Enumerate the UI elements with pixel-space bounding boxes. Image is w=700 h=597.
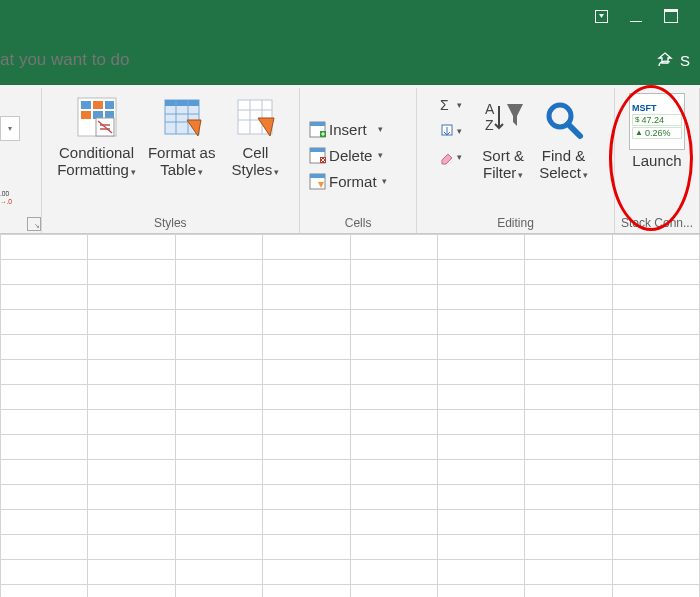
cell[interactable] [612,485,699,510]
cell[interactable] [350,485,437,510]
ribbon-display-options-icon[interactable] [595,10,608,26]
cell[interactable] [525,260,612,285]
cell[interactable] [525,360,612,385]
insert-button[interactable]: Insert ▾ [308,120,383,138]
minimize-icon[interactable] [630,10,642,25]
cell[interactable] [263,360,350,385]
cell[interactable] [88,360,175,385]
cell[interactable] [525,285,612,310]
cell[interactable] [350,235,437,260]
cell[interactable] [1,285,88,310]
format-as-table-button[interactable]: Format as Table▾ [144,91,220,179]
cell[interactable] [88,335,175,360]
cell[interactable] [612,285,699,310]
cell[interactable] [437,560,524,585]
cell[interactable] [350,335,437,360]
cell[interactable] [263,410,350,435]
cell[interactable] [437,385,524,410]
cell[interactable] [263,235,350,260]
worksheet-grid[interactable] [0,234,700,597]
cell[interactable] [1,535,88,560]
cell[interactable] [437,435,524,460]
clear-button[interactable]: ▾ [439,148,471,166]
number-dialog-launcher-icon[interactable]: ↘ [27,217,41,231]
cell[interactable] [350,385,437,410]
cell[interactable] [612,310,699,335]
cell[interactable] [350,510,437,535]
cell-styles-button[interactable]: Cell Styles▾ [223,91,287,179]
cell[interactable] [88,435,175,460]
cell[interactable] [88,560,175,585]
cell[interactable] [1,260,88,285]
tellme-input[interactable] [0,49,302,71]
cell[interactable] [175,260,262,285]
cell[interactable] [525,385,612,410]
cell[interactable] [263,460,350,485]
conditional-formatting-button[interactable]: Conditional Formatting▾ [53,91,140,179]
cell[interactable] [263,310,350,335]
cell[interactable] [1,310,88,335]
cell[interactable] [263,435,350,460]
cell[interactable] [612,360,699,385]
cell[interactable] [525,335,612,360]
cell[interactable] [612,410,699,435]
share-button[interactable]: S [656,51,690,69]
cell[interactable] [437,460,524,485]
cell[interactable] [525,535,612,560]
cell[interactable] [350,285,437,310]
cell[interactable] [175,585,262,598]
cell[interactable] [263,560,350,585]
cell[interactable] [88,235,175,260]
cell[interactable] [437,285,524,310]
cell[interactable] [1,410,88,435]
cell[interactable] [525,310,612,335]
cell[interactable] [350,260,437,285]
cell[interactable] [175,435,262,460]
cell[interactable] [350,585,437,598]
cell[interactable] [175,235,262,260]
cell[interactable] [88,285,175,310]
cell[interactable] [175,560,262,585]
cell[interactable] [263,335,350,360]
cell[interactable] [1,360,88,385]
cell[interactable] [612,560,699,585]
cell[interactable] [437,510,524,535]
cell[interactable] [1,460,88,485]
cell[interactable] [88,460,175,485]
cell[interactable] [525,235,612,260]
cell[interactable] [437,335,524,360]
cell[interactable] [350,535,437,560]
format-button[interactable]: Format ▾ [308,172,387,190]
cell[interactable] [437,535,524,560]
autosum-button[interactable]: Σ ▾ [439,96,471,114]
cell[interactable] [1,485,88,510]
cell[interactable] [437,260,524,285]
cell[interactable] [88,385,175,410]
cell[interactable] [1,435,88,460]
cell[interactable] [612,335,699,360]
cell[interactable] [175,510,262,535]
cell[interactable] [88,260,175,285]
find-select-button[interactable]: Find & Select▾ [535,94,592,182]
cell[interactable] [612,235,699,260]
cell[interactable] [175,535,262,560]
cell[interactable] [612,585,699,598]
cell[interactable] [612,535,699,560]
cell[interactable] [263,535,350,560]
cell[interactable] [1,585,88,598]
cell[interactable] [525,585,612,598]
cell[interactable] [350,310,437,335]
cell[interactable] [88,510,175,535]
cell[interactable] [88,485,175,510]
delete-button[interactable]: Delete ▾ [308,146,383,164]
cell[interactable] [175,460,262,485]
cell[interactable] [612,510,699,535]
cell[interactable] [88,585,175,598]
cell[interactable] [1,385,88,410]
decrease-decimal-button[interactable]: .00 →.0 [0,189,18,207]
cell[interactable] [175,410,262,435]
cell[interactable] [437,585,524,598]
cell[interactable] [175,360,262,385]
cell[interactable] [612,460,699,485]
cell[interactable] [612,260,699,285]
